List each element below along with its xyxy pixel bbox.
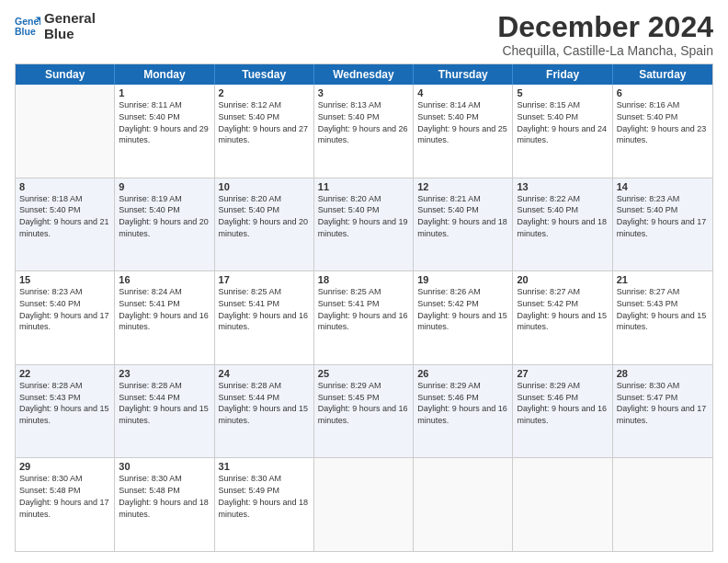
- calendar-week-3: 15 Sunrise: 8:23 AMSunset: 5:40 PMDaylig…: [16, 271, 712, 365]
- header-day-friday: Friday: [513, 64, 612, 85]
- day-cell-29: 29 Sunrise: 8:30 AMSunset: 5:48 PMDaylig…: [16, 458, 115, 551]
- day-cell-4: 4 Sunrise: 8:14 AMSunset: 5:40 PMDayligh…: [414, 85, 513, 178]
- header-day-monday: Monday: [115, 64, 214, 85]
- day-cell-26: 26 Sunrise: 8:29 AMSunset: 5:46 PMDaylig…: [414, 365, 513, 458]
- day-cell-2: 2 Sunrise: 8:12 AMSunset: 5:40 PMDayligh…: [215, 85, 314, 178]
- day-cell-9: 9 Sunrise: 8:19 AMSunset: 5:40 PMDayligh…: [115, 178, 214, 271]
- logo-text: General Blue: [44, 11, 96, 41]
- day-cell-22: 22 Sunrise: 8:28 AMSunset: 5:43 PMDaylig…: [16, 365, 115, 458]
- page: General Blue General Blue December 2024 …: [0, 0, 728, 563]
- day-cell-19: 19 Sunrise: 8:26 AMSunset: 5:42 PMDaylig…: [414, 271, 513, 364]
- header-day-sunday: Sunday: [16, 64, 115, 85]
- calendar-body: 1 Sunrise: 8:11 AMSunset: 5:40 PMDayligh…: [16, 85, 712, 551]
- subtitle: Chequilla, Castille-La Mancha, Spain: [497, 43, 713, 58]
- day-cell-23: 23 Sunrise: 8:28 AMSunset: 5:44 PMDaylig…: [115, 365, 214, 458]
- empty-cell: [414, 458, 513, 551]
- calendar-header-row: SundayMondayTuesdayWednesdayThursdayFrid…: [16, 64, 712, 85]
- day-cell-13: 13 Sunrise: 8:22 AMSunset: 5:40 PMDaylig…: [513, 178, 612, 271]
- svg-text:Blue: Blue: [15, 25, 36, 36]
- day-cell-3: 3 Sunrise: 8:13 AMSunset: 5:40 PMDayligh…: [314, 85, 414, 178]
- day-cell-25: 25 Sunrise: 8:29 AMSunset: 5:45 PMDaylig…: [314, 365, 414, 458]
- day-cell-10: 10 Sunrise: 8:20 AMSunset: 5:40 PMDaylig…: [215, 178, 314, 271]
- header-day-saturday: Saturday: [613, 64, 712, 85]
- day-cell-31: 31 Sunrise: 8:30 AMSunset: 5:49 PMDaylig…: [215, 458, 314, 551]
- day-cell-16: 16 Sunrise: 8:24 AMSunset: 5:41 PMDaylig…: [115, 271, 214, 364]
- day-cell-11: 11 Sunrise: 8:20 AMSunset: 5:40 PMDaylig…: [314, 178, 414, 271]
- calendar: SundayMondayTuesdayWednesdayThursdayFrid…: [15, 63, 713, 552]
- day-cell-6: 6 Sunrise: 8:16 AMSunset: 5:40 PMDayligh…: [613, 85, 712, 178]
- calendar-week-5: 29 Sunrise: 8:30 AMSunset: 5:48 PMDaylig…: [16, 458, 712, 551]
- day-cell-30: 30 Sunrise: 8:30 AMSunset: 5:48 PMDaylig…: [115, 458, 214, 551]
- logo: General Blue General Blue: [15, 11, 96, 41]
- calendar-week-4: 22 Sunrise: 8:28 AMSunset: 5:43 PMDaylig…: [16, 365, 712, 459]
- day-cell-17: 17 Sunrise: 8:25 AMSunset: 5:41 PMDaylig…: [215, 271, 314, 364]
- day-cell-21: 21 Sunrise: 8:27 AMSunset: 5:43 PMDaylig…: [613, 271, 712, 364]
- day-cell-24: 24 Sunrise: 8:28 AMSunset: 5:44 PMDaylig…: [215, 365, 314, 458]
- calendar-week-2: 8 Sunrise: 8:18 AMSunset: 5:40 PMDayligh…: [16, 178, 712, 272]
- empty-cell: [513, 458, 612, 551]
- calendar-week-1: 1 Sunrise: 8:11 AMSunset: 5:40 PMDayligh…: [16, 85, 712, 178]
- day-cell-28: 28 Sunrise: 8:30 AMSunset: 5:47 PMDaylig…: [613, 365, 712, 458]
- header-day-thursday: Thursday: [414, 64, 513, 85]
- day-cell-8: 8 Sunrise: 8:18 AMSunset: 5:40 PMDayligh…: [16, 178, 115, 271]
- day-cell-12: 12 Sunrise: 8:21 AMSunset: 5:40 PMDaylig…: [414, 178, 513, 271]
- main-title: December 2024: [497, 11, 713, 43]
- day-cell-20: 20 Sunrise: 8:27 AMSunset: 5:42 PMDaylig…: [513, 271, 612, 364]
- day-cell-5: 5 Sunrise: 8:15 AMSunset: 5:40 PMDayligh…: [513, 85, 612, 178]
- day-cell-14: 14 Sunrise: 8:23 AMSunset: 5:40 PMDaylig…: [613, 178, 712, 271]
- logo-icon: General Blue: [15, 14, 40, 40]
- empty-cell: [613, 458, 712, 551]
- header: General Blue General Blue December 2024 …: [15, 11, 713, 58]
- title-block: December 2024 Chequilla, Castille-La Man…: [497, 11, 713, 58]
- header-day-tuesday: Tuesday: [215, 64, 314, 85]
- day-cell-15: 15 Sunrise: 8:23 AMSunset: 5:40 PMDaylig…: [16, 271, 115, 364]
- empty-cell: [16, 85, 115, 178]
- day-cell-18: 18 Sunrise: 8:25 AMSunset: 5:41 PMDaylig…: [314, 271, 414, 364]
- header-day-wednesday: Wednesday: [314, 64, 414, 85]
- day-cell-1: 1 Sunrise: 8:11 AMSunset: 5:40 PMDayligh…: [115, 85, 214, 178]
- empty-cell: [314, 458, 414, 551]
- day-cell-27: 27 Sunrise: 8:29 AMSunset: 5:46 PMDaylig…: [513, 365, 612, 458]
